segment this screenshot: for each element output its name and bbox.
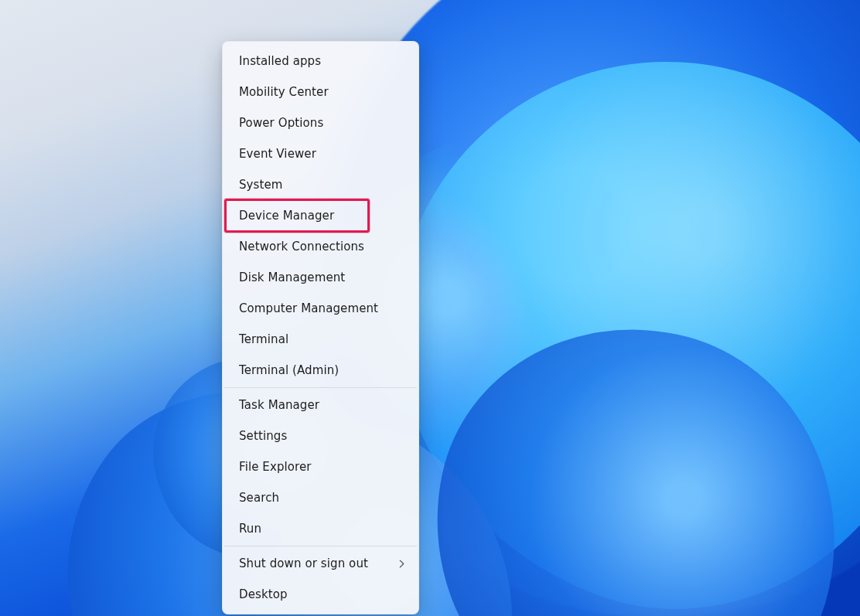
menu-item-file-explorer[interactable]: File Explorer xyxy=(225,451,416,482)
menu-item-device-manager[interactable]: Device Manager xyxy=(225,200,416,231)
menu-item-label: Task Manager xyxy=(239,398,319,412)
menu-item-computer-management[interactable]: Computer Management xyxy=(225,293,416,324)
menu-item-search[interactable]: Search xyxy=(225,482,416,513)
menu-item-terminal-admin[interactable]: Terminal (Admin) xyxy=(225,355,416,386)
chevron-right-icon xyxy=(398,560,405,567)
menu-item-label: Disk Management xyxy=(239,271,345,284)
menu-item-terminal[interactable]: Terminal xyxy=(225,324,416,355)
menu-item-label: Run xyxy=(239,522,261,536)
menu-item-label: Settings xyxy=(239,429,287,443)
menu-separator xyxy=(224,387,417,388)
menu-item-label: Event Viewer xyxy=(239,147,316,161)
menu-item-run[interactable]: Run xyxy=(225,513,416,544)
menu-item-system[interactable]: System xyxy=(225,169,416,200)
menu-item-power-options[interactable]: Power Options xyxy=(225,107,416,138)
winx-context-menu: Installed apps Mobility Center Power Opt… xyxy=(222,41,419,614)
menu-item-settings[interactable]: Settings xyxy=(225,420,416,451)
menu-separator xyxy=(224,546,417,546)
menu-item-label: Mobility Center xyxy=(239,85,329,99)
menu-item-installed-apps[interactable]: Installed apps xyxy=(225,46,416,77)
menu-item-label: Search xyxy=(239,491,279,505)
menu-item-label: File Explorer xyxy=(239,460,312,474)
menu-item-disk-management[interactable]: Disk Management xyxy=(225,262,416,293)
menu-item-label: Terminal xyxy=(239,332,288,346)
menu-item-task-manager[interactable]: Task Manager xyxy=(225,390,416,420)
menu-item-label: Computer Management xyxy=(239,301,378,315)
menu-item-label: Installed apps xyxy=(239,54,321,68)
menu-item-label: Power Options xyxy=(239,116,323,130)
menu-item-mobility-center[interactable]: Mobility Center xyxy=(225,77,416,107)
menu-item-event-viewer[interactable]: Event Viewer xyxy=(225,138,416,169)
menu-item-label: System xyxy=(239,178,283,192)
menu-item-label: Shut down or sign out xyxy=(239,556,368,570)
menu-item-label: Desktop xyxy=(239,587,288,601)
wallpaper-swirl xyxy=(398,293,860,616)
menu-item-network-connections[interactable]: Network Connections xyxy=(225,231,416,262)
menu-item-label: Terminal (Admin) xyxy=(239,363,339,377)
menu-item-desktop[interactable]: Desktop xyxy=(225,579,416,610)
menu-item-label: Device Manager xyxy=(239,209,334,223)
menu-item-shut-down-or-sign-out[interactable]: Shut down or sign out xyxy=(225,548,416,579)
menu-item-label: Network Connections xyxy=(239,240,364,254)
